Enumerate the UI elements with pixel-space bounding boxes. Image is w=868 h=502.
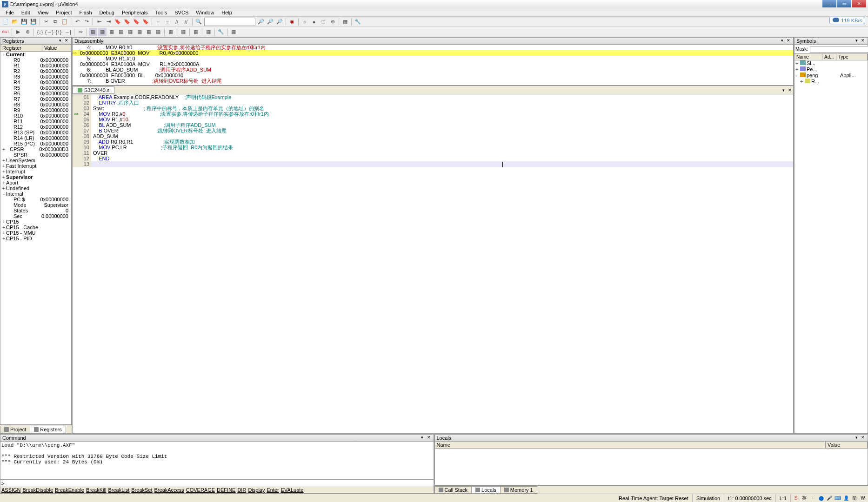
find-icon[interactable]: 🔍 xyxy=(194,18,203,26)
register-row[interactable]: +Interrupt xyxy=(0,169,71,174)
show-next-icon[interactable]: ⇨ xyxy=(76,28,85,36)
copy-icon[interactable]: ⧉ xyxy=(51,18,60,26)
find-combo[interactable] xyxy=(204,18,255,26)
disasm-line[interactable]: 5: MOV R1,#10 xyxy=(73,56,793,61)
register-row[interactable]: R00x00000000 xyxy=(0,57,71,63)
bp-kill-icon[interactable]: ⊗ xyxy=(328,18,337,26)
register-row[interactable]: -Internal xyxy=(0,191,71,197)
menu-project[interactable]: Project xyxy=(52,9,75,16)
editor-line[interactable]: 12 END xyxy=(73,156,793,161)
register-row[interactable]: R110x00000000 xyxy=(0,119,71,124)
view-memory-icon[interactable]: ▦ xyxy=(145,28,153,36)
disasm-line[interactable]: 0x00000008 EB000000 BL 0x00000010 xyxy=(73,73,793,78)
symbol-row[interactable]: +R... xyxy=(795,79,868,85)
tab-memory-1[interactable]: Memory 1 xyxy=(500,486,537,494)
minimize-button[interactable]: — xyxy=(822,0,836,7)
run-icon[interactable]: ▶ xyxy=(14,28,22,36)
indent-left-icon[interactable]: ⇤ xyxy=(95,18,103,26)
tray-icon[interactable]: 英 xyxy=(801,495,808,502)
editor-line[interactable]: ⇨04 MOV R0,#0 ;设置实参,将传递给子程序的实参存放在r0和r1内 xyxy=(73,111,793,117)
close-panel-icon[interactable]: ✕ xyxy=(860,38,866,44)
command-link[interactable]: BreakAccess xyxy=(154,487,184,493)
tab-call-stack[interactable]: Call Stack xyxy=(434,486,472,494)
maximize-button[interactable]: ▭ xyxy=(837,0,851,7)
pin-icon[interactable]: ▾ xyxy=(779,38,785,44)
close-panel-icon[interactable]: ✕ xyxy=(786,38,791,44)
command-link[interactable]: Display xyxy=(248,487,265,493)
register-row[interactable]: +CPSR0x000000D3 xyxy=(0,146,71,152)
register-row[interactable]: R50x00000000 xyxy=(0,85,71,91)
register-row[interactable]: States0 xyxy=(0,208,71,213)
cut-icon[interactable]: ✂ xyxy=(42,18,50,26)
register-row[interactable]: +User/System xyxy=(0,158,71,163)
editor-line[interactable]: 10 MOV PC,LR ;子程序返回 R0内为返回的结果 xyxy=(73,145,793,150)
tab-close-icon[interactable]: ✕ xyxy=(787,88,793,92)
bp-disable-icon[interactable]: ◌ xyxy=(319,18,327,26)
editor-line[interactable]: 11OVER xyxy=(73,150,793,156)
comment-icon[interactable]: // xyxy=(173,18,181,26)
bp-insert-icon[interactable]: ○ xyxy=(300,18,309,26)
tray-icon[interactable]: ⬤ xyxy=(818,495,824,502)
configure-icon[interactable]: 🔧 xyxy=(354,18,362,26)
outdent-icon[interactable]: ≡ xyxy=(154,18,162,26)
menu-flash[interactable]: Flash xyxy=(76,9,96,16)
tab-project[interactable]: Project xyxy=(0,426,30,433)
editor-line[interactable]: 06 BL ADD_SUM ;调用子程序ADD_SUM xyxy=(73,122,793,128)
command-link[interactable]: BreakEnable xyxy=(55,487,84,493)
menu-edit[interactable]: Edit xyxy=(18,9,34,16)
view-trace-icon[interactable]: ▦ xyxy=(179,28,187,36)
disasm-line[interactable]: ⇨0x00000000 E3A00000 MOV R0,#0x00000000 xyxy=(73,50,793,56)
run-to-cursor-icon[interactable]: →| xyxy=(64,28,72,36)
uncomment-icon[interactable]: // xyxy=(182,18,190,26)
pin-icon[interactable]: ▾ xyxy=(854,435,859,441)
open-icon[interactable]: 📂 xyxy=(11,18,19,26)
register-row[interactable]: R14 (LR)0x00000000 xyxy=(0,135,71,141)
tray-icon[interactable]: 👤 xyxy=(843,495,849,502)
paste-icon[interactable]: 📋 xyxy=(60,18,69,26)
register-row[interactable]: -Current xyxy=(0,52,71,57)
view-disasm-icon[interactable]: ▦ xyxy=(89,28,97,36)
tab-dropdown-icon[interactable]: ▾ xyxy=(780,88,787,92)
register-row[interactable]: +CP15 - MMU xyxy=(0,230,71,236)
step-into-icon[interactable]: {↓} xyxy=(36,28,44,36)
symbol-row[interactable]: +Si... xyxy=(795,60,868,66)
view-watch-icon[interactable]: ▦ xyxy=(135,28,144,36)
new-icon[interactable]: 📄 xyxy=(1,18,10,26)
register-row[interactable]: R90x00000000 xyxy=(0,107,71,113)
command-link[interactable]: BreakSet xyxy=(131,487,152,493)
register-row[interactable]: R60x00000000 xyxy=(0,91,71,96)
register-row[interactable]: +CP15 - Cache xyxy=(0,225,71,230)
register-row[interactable]: R80x00000000 xyxy=(0,102,71,107)
find-files-icon[interactable]: 🔎 xyxy=(275,18,284,26)
register-row[interactable]: PC $0x00000000 xyxy=(0,197,71,202)
save-icon[interactable]: 💾 xyxy=(20,18,28,26)
view-regs-icon[interactable]: ▦ xyxy=(98,28,107,36)
redo-icon[interactable]: ↷ xyxy=(82,18,91,26)
tab-locals[interactable]: Locals xyxy=(471,486,501,494)
step-out-icon[interactable]: {↑} xyxy=(54,28,63,36)
editor-line[interactable]: 13 xyxy=(73,161,793,167)
register-row[interactable]: Sec0.00000000 xyxy=(0,213,71,219)
close-button[interactable]: ✕ xyxy=(852,0,866,7)
editor-line[interactable]: 05 MOV R1,#10 xyxy=(73,117,793,122)
tray-icon[interactable]: 简 xyxy=(851,495,858,502)
undo-icon[interactable]: ↶ xyxy=(73,18,81,26)
view-analysis-icon[interactable]: ▦ xyxy=(167,28,175,36)
command-link[interactable]: DEFINE xyxy=(217,487,235,493)
view-toolbox-icon[interactable]: ▦ xyxy=(204,28,213,36)
tray-icon[interactable]: W xyxy=(860,495,866,502)
command-link[interactable]: EVALuate xyxy=(281,487,304,493)
editor-line[interactable]: 02 ENTRY ;程序入口 xyxy=(73,100,793,106)
saveall-icon[interactable]: 💾 xyxy=(29,18,38,26)
symbol-row[interactable]: +Pe... xyxy=(795,66,868,73)
close-panel-icon[interactable]: ✕ xyxy=(64,38,69,44)
command-link[interactable]: Enter xyxy=(267,487,279,493)
register-row[interactable]: R120x00000000 xyxy=(0,124,71,130)
register-row[interactable]: R20x00000000 xyxy=(0,68,71,74)
register-row[interactable]: R10x00000000 xyxy=(0,63,71,68)
register-row[interactable]: R13 (SP)0x00000000 xyxy=(0,130,71,135)
bookmark-clear-icon[interactable]: 🔖 xyxy=(141,18,150,26)
reset-icon[interactable]: RST xyxy=(1,28,10,36)
pin-icon[interactable]: ▾ xyxy=(420,435,425,441)
register-row[interactable]: ModeSupervisor xyxy=(0,202,71,208)
